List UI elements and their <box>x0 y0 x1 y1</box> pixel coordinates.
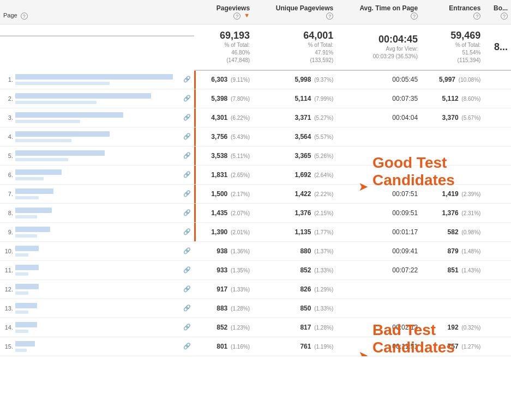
orange-bar <box>194 147 196 165</box>
page-link-icon[interactable]: 🔗 <box>183 247 191 254</box>
pageviews-cell: 933 (1.35%) <box>194 261 253 280</box>
unique-value: 5,114 <box>294 95 311 102</box>
unique-value: 3,564 <box>294 133 311 141</box>
orange-bar <box>194 185 196 203</box>
page-link-icon[interactable]: 🔗 <box>183 152 191 159</box>
avg-time-cell <box>336 166 421 185</box>
page-bar-secondary <box>15 196 39 199</box>
page-cell: 4.🔗 <box>0 127 194 147</box>
unique-pageviews-cell: 5,998 (9.37%) <box>253 70 336 89</box>
page-cell: 7.🔗 <box>0 185 194 204</box>
page-link-icon[interactable]: 🔗 <box>183 190 191 197</box>
unique-value: 850 <box>300 305 311 312</box>
unique-pageviews-cell: 1,135 (1.77%) <box>253 223 336 242</box>
pageviews-pct: (2.65%) <box>229 172 250 178</box>
entrances-value: 5,112 <box>442 95 459 102</box>
pageviews-cell: 883 (1.28%) <box>194 299 253 318</box>
entrances-cell: 1,376 (2.31%) <box>421 204 484 223</box>
pageviews-cell: 1,500 (2.17%) <box>194 185 253 204</box>
totals-entrances-cell: 59,469 % of Total: 51.54% (115,394) <box>421 24 484 70</box>
table-row: 10.🔗938 (1.36%)880 (1.37%)00:09:41879 (1… <box>0 242 511 261</box>
unique-pct: (7.99%) <box>312 96 333 102</box>
page-link-icon[interactable]: 🔗 <box>183 266 191 273</box>
totals-u-total: (133,592) <box>310 57 333 63</box>
page-link-icon[interactable]: 🔗 <box>183 209 191 216</box>
pageviews-pct: (1.23%) <box>229 325 250 331</box>
avg-time-cell: 00:11:51 <box>336 337 421 356</box>
table-row: 6.🔗1,831 (2.65%)1,692 (2.64%) <box>0 166 511 185</box>
pageviews-pct: (1.28%) <box>229 306 250 312</box>
pageviews-value: 938 <box>217 247 227 255</box>
unique-pageviews-column-header: Unique Pageviews ? <box>253 0 336 24</box>
orange-bar <box>194 223 196 241</box>
page-link-icon[interactable]: 🔗 <box>183 305 191 312</box>
totals-e-total: (115,394) <box>458 57 481 63</box>
page-bar-wrap <box>15 303 181 314</box>
unique-pct: (2.15%) <box>312 210 333 216</box>
entrances-cell: 582 (0.98%) <box>421 223 484 242</box>
entrances-value: 192 <box>448 324 459 331</box>
bounce-cell <box>484 127 511 147</box>
bounce-cell <box>484 108 511 127</box>
page-bar-primary <box>15 150 105 156</box>
page-help-icon[interactable]: ? <box>21 13 28 20</box>
unique-help-icon[interactable]: ? <box>326 13 333 20</box>
page-link-icon[interactable]: 🔗 <box>183 114 191 121</box>
page-cell: 9.🔗 <box>0 223 194 242</box>
entrances-cell: 192 (0.32%) <box>421 318 484 337</box>
page-bar-secondary <box>15 120 80 123</box>
bounce-cell <box>484 204 511 223</box>
table-row: 8.🔗1,435 (2.07%)1,376 (2.15%)00:09:511,3… <box>0 204 511 223</box>
unique-pageviews-cell: 817 (1.28%) <box>253 318 336 337</box>
page-link-icon[interactable]: 🔗 <box>183 343 191 350</box>
pageviews-column-header: Pageviews ? ▼ <box>194 0 253 24</box>
entrances-pct: (2.39%) <box>460 191 481 197</box>
page-bar-primary <box>15 303 37 308</box>
total-avg-time: 00:04:45 <box>340 34 418 45</box>
page-cell: 13.🔗 <box>0 299 194 318</box>
avg-time-cell: 00:04:04 <box>336 108 421 127</box>
entrances-cell: 851 (1.43%) <box>421 261 484 280</box>
unique-col-title: Unique Pageviews <box>256 4 333 12</box>
entrances-value: 3,370 <box>442 114 459 121</box>
pageviews-pct: (2.01%) <box>229 229 250 235</box>
entrances-help-icon[interactable]: ? <box>473 13 480 20</box>
page-link-icon[interactable]: 🔗 <box>183 95 191 102</box>
entrances-col-title: Entrances <box>424 4 480 12</box>
unique-pageviews-cell: 852 (1.33%) <box>253 261 336 280</box>
page-link-icon[interactable]: 🔗 <box>183 285 191 293</box>
page-link-icon[interactable]: 🔗 <box>183 171 191 178</box>
pageviews-cell: 4,301 (6.22%) <box>194 108 253 127</box>
page-bar-wrap <box>15 150 181 161</box>
page-link-icon[interactable]: 🔗 <box>183 228 191 235</box>
page-bar-secondary <box>15 272 28 276</box>
pageviews-pct: (6.22%) <box>229 115 250 121</box>
table-row: 12.🔗917 (1.33%)826 (1.29%) <box>0 280 511 299</box>
entrances-cell <box>421 280 484 299</box>
bounce-help-icon[interactable]: ? <box>501 13 508 20</box>
entrances-pct: (5.67%) <box>460 115 481 121</box>
orange-bar <box>194 108 196 127</box>
page-link-icon[interactable]: 🔗 <box>183 76 191 83</box>
sort-desc-icon[interactable]: ▼ <box>244 12 250 19</box>
page-bar-wrap <box>15 93 181 104</box>
page-bar-wrap <box>15 188 181 199</box>
totals-pv-total: (147,848) <box>226 57 250 63</box>
page-bar-secondary <box>15 291 28 295</box>
unique-value: 1,135 <box>294 228 311 236</box>
avg-time-cell: 00:07:35 <box>336 89 421 108</box>
table-row: 15.🔗801 (1.16%)761 (1.19%)00:11:51757 (1… <box>0 337 511 356</box>
unique-pct: (9.37%) <box>312 77 333 83</box>
page-link-icon[interactable]: 🔗 <box>183 324 191 331</box>
pageviews-value: 852 <box>217 324 227 331</box>
page-cell: 12.🔗 <box>0 280 194 299</box>
avg-time-help-icon[interactable]: ? <box>411 13 418 20</box>
page-link-icon[interactable]: 🔗 <box>183 133 191 140</box>
page-bar-secondary <box>15 82 110 85</box>
unique-pct: (1.33%) <box>312 306 333 312</box>
pageviews-pct: (9.11%) <box>229 77 250 83</box>
row-number: 12. <box>3 286 13 293</box>
pageviews-help-icon[interactable]: ? <box>233 13 241 20</box>
unique-pct: (1.33%) <box>312 267 333 273</box>
entrances-value: 1,376 <box>442 209 459 217</box>
